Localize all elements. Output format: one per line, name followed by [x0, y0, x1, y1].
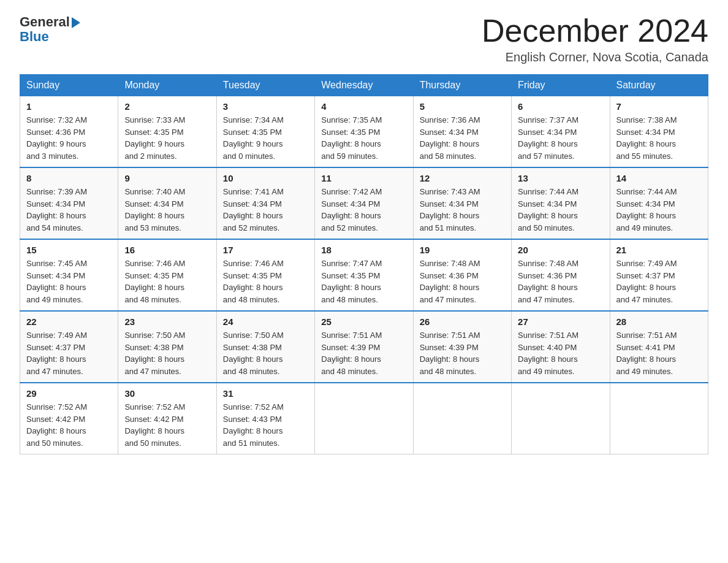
calendar-cell	[413, 383, 511, 454]
day-info: Sunrise: 7:45 AMSunset: 4:34 PMDaylight:…	[26, 258, 112, 305]
day-info: Sunrise: 7:48 AMSunset: 4:36 PMDaylight:…	[420, 258, 505, 305]
weekday-header-tuesday: Tuesday	[216, 75, 314, 96]
page-header: General Blue December 2024 English Corne…	[20, 15, 708, 64]
day-number: 3	[223, 101, 308, 112]
weekday-header-saturday: Saturday	[610, 75, 708, 96]
weekday-header-monday: Monday	[118, 75, 216, 96]
day-info: Sunrise: 7:50 AMSunset: 4:38 PMDaylight:…	[124, 329, 210, 377]
day-number: 21	[616, 245, 702, 255]
day-number: 1	[26, 101, 112, 112]
day-number: 5	[420, 101, 505, 112]
day-number: 19	[420, 245, 505, 255]
week-row-3: 15 Sunrise: 7:45 AMSunset: 4:34 PMDaylig…	[20, 239, 708, 311]
calendar-cell: 31 Sunrise: 7:52 AMSunset: 4:43 PMDaylig…	[216, 383, 314, 454]
calendar-cell: 24 Sunrise: 7:50 AMSunset: 4:38 PMDaylig…	[216, 311, 314, 383]
calendar-cell: 20 Sunrise: 7:48 AMSunset: 4:36 PMDaylig…	[512, 239, 610, 311]
day-number: 24	[223, 316, 308, 327]
day-number: 17	[223, 245, 308, 255]
calendar-cell: 9 Sunrise: 7:40 AMSunset: 4:34 PMDayligh…	[118, 167, 216, 239]
day-info: Sunrise: 7:51 AMSunset: 4:40 PMDaylight:…	[518, 329, 603, 377]
day-info: Sunrise: 7:52 AMSunset: 4:42 PMDaylight:…	[124, 401, 210, 449]
day-info: Sunrise: 7:52 AMSunset: 4:43 PMDaylight:…	[223, 401, 308, 449]
day-number: 22	[26, 316, 112, 327]
calendar-cell: 19 Sunrise: 7:48 AMSunset: 4:36 PMDaylig…	[413, 239, 511, 311]
day-number: 9	[124, 173, 210, 183]
logo-blue: Blue	[20, 29, 80, 44]
day-number: 15	[26, 245, 112, 255]
calendar-cell: 16 Sunrise: 7:46 AMSunset: 4:35 PMDaylig…	[118, 239, 216, 311]
week-row-2: 8 Sunrise: 7:39 AMSunset: 4:34 PMDayligh…	[20, 167, 708, 239]
day-info: Sunrise: 7:43 AMSunset: 4:34 PMDaylight:…	[420, 186, 505, 234]
day-number: 11	[321, 173, 406, 183]
day-number: 2	[124, 101, 210, 112]
weekday-header-friday: Friday	[512, 75, 610, 96]
calendar-cell: 29 Sunrise: 7:52 AMSunset: 4:42 PMDaylig…	[20, 383, 118, 454]
calendar-cell: 22 Sunrise: 7:49 AMSunset: 4:37 PMDaylig…	[20, 311, 118, 383]
week-row-1: 1 Sunrise: 7:32 AMSunset: 4:36 PMDayligh…	[20, 96, 708, 168]
day-number: 25	[321, 316, 406, 327]
day-number: 29	[26, 388, 112, 399]
calendar-cell: 2 Sunrise: 7:33 AMSunset: 4:35 PMDayligh…	[118, 96, 216, 168]
week-row-4: 22 Sunrise: 7:49 AMSunset: 4:37 PMDaylig…	[20, 311, 708, 383]
logo-arrow-icon	[72, 17, 80, 28]
calendar-cell	[315, 383, 413, 454]
day-info: Sunrise: 7:35 AMSunset: 4:35 PMDaylight:…	[321, 114, 406, 162]
weekday-header-wednesday: Wednesday	[315, 75, 413, 96]
location-title: English Corner, Nova Scotia, Canada	[482, 50, 708, 64]
calendar-cell: 30 Sunrise: 7:52 AMSunset: 4:42 PMDaylig…	[118, 383, 216, 454]
day-info: Sunrise: 7:52 AMSunset: 4:42 PMDaylight:…	[26, 401, 112, 449]
calendar-cell: 23 Sunrise: 7:50 AMSunset: 4:38 PMDaylig…	[118, 311, 216, 383]
calendar-cell: 27 Sunrise: 7:51 AMSunset: 4:40 PMDaylig…	[512, 311, 610, 383]
day-number: 28	[616, 316, 702, 327]
calendar-cell: 17 Sunrise: 7:46 AMSunset: 4:35 PMDaylig…	[216, 239, 314, 311]
day-number: 8	[26, 173, 112, 183]
day-info: Sunrise: 7:38 AMSunset: 4:34 PMDaylight:…	[616, 114, 702, 162]
day-info: Sunrise: 7:42 AMSunset: 4:34 PMDaylight:…	[321, 186, 406, 234]
day-info: Sunrise: 7:44 AMSunset: 4:34 PMDaylight:…	[518, 186, 603, 234]
calendar-table: SundayMondayTuesdayWednesdayThursdayFrid…	[20, 74, 708, 454]
weekday-header-thursday: Thursday	[413, 75, 511, 96]
day-number: 16	[124, 245, 210, 255]
day-number: 26	[420, 316, 505, 327]
calendar-cell: 15 Sunrise: 7:45 AMSunset: 4:34 PMDaylig…	[20, 239, 118, 311]
weekday-header-row: SundayMondayTuesdayWednesdayThursdayFrid…	[20, 75, 708, 96]
calendar-cell: 26 Sunrise: 7:51 AMSunset: 4:39 PMDaylig…	[413, 311, 511, 383]
day-number: 18	[321, 245, 406, 255]
day-info: Sunrise: 7:48 AMSunset: 4:36 PMDaylight:…	[518, 258, 603, 305]
day-number: 7	[616, 101, 702, 112]
day-info: Sunrise: 7:33 AMSunset: 4:35 PMDaylight:…	[124, 114, 210, 162]
calendar-cell	[610, 383, 708, 454]
day-info: Sunrise: 7:51 AMSunset: 4:39 PMDaylight:…	[321, 329, 406, 377]
day-number: 12	[420, 173, 505, 183]
day-info: Sunrise: 7:37 AMSunset: 4:34 PMDaylight:…	[518, 114, 603, 162]
day-number: 23	[124, 316, 210, 327]
calendar-cell: 4 Sunrise: 7:35 AMSunset: 4:35 PMDayligh…	[315, 96, 413, 168]
calendar-cell: 12 Sunrise: 7:43 AMSunset: 4:34 PMDaylig…	[413, 167, 511, 239]
calendar-cell: 14 Sunrise: 7:44 AMSunset: 4:34 PMDaylig…	[610, 167, 708, 239]
calendar-cell: 8 Sunrise: 7:39 AMSunset: 4:34 PMDayligh…	[20, 167, 118, 239]
month-title: December 2024	[482, 15, 708, 47]
day-info: Sunrise: 7:51 AMSunset: 4:41 PMDaylight:…	[616, 329, 702, 377]
day-number: 20	[518, 245, 603, 255]
weekday-header-sunday: Sunday	[20, 75, 118, 96]
day-number: 30	[124, 388, 210, 399]
calendar-cell: 21 Sunrise: 7:49 AMSunset: 4:37 PMDaylig…	[610, 239, 708, 311]
day-number: 31	[223, 388, 308, 399]
day-number: 14	[616, 173, 702, 183]
day-number: 27	[518, 316, 603, 327]
day-info: Sunrise: 7:46 AMSunset: 4:35 PMDaylight:…	[223, 258, 308, 305]
day-info: Sunrise: 7:40 AMSunset: 4:34 PMDaylight:…	[124, 186, 210, 234]
day-info: Sunrise: 7:41 AMSunset: 4:34 PMDaylight:…	[223, 186, 308, 234]
day-number: 6	[518, 101, 603, 112]
calendar-cell	[512, 383, 610, 454]
calendar-cell: 5 Sunrise: 7:36 AMSunset: 4:34 PMDayligh…	[413, 96, 511, 168]
calendar-cell: 18 Sunrise: 7:47 AMSunset: 4:35 PMDaylig…	[315, 239, 413, 311]
calendar-cell: 1 Sunrise: 7:32 AMSunset: 4:36 PMDayligh…	[20, 96, 118, 168]
title-block: December 2024 English Corner, Nova Scoti…	[482, 15, 708, 64]
day-number: 10	[223, 173, 308, 183]
day-info: Sunrise: 7:50 AMSunset: 4:38 PMDaylight:…	[223, 329, 308, 377]
logo-general: General	[20, 15, 70, 29]
day-info: Sunrise: 7:34 AMSunset: 4:35 PMDaylight:…	[223, 114, 308, 162]
day-number: 4	[321, 101, 406, 112]
calendar-cell: 7 Sunrise: 7:38 AMSunset: 4:34 PMDayligh…	[610, 96, 708, 168]
